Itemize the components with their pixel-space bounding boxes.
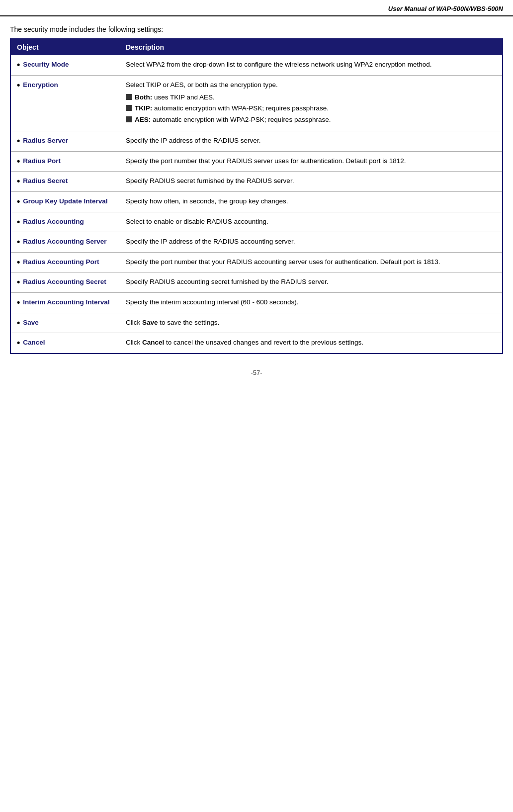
description-cell-radius-accounting-server: Specify the IP address of the RADIUS acc… — [120, 232, 503, 253]
object-cell-radius-port: •Radius Port — [10, 151, 120, 172]
description-cell-security-mode: Select WPA2 from the drop-down list to c… — [120, 55, 503, 75]
object-label-radius-secret: Radius Secret — [23, 176, 68, 186]
object-label-radius-server: Radius Server — [23, 136, 68, 146]
enc-list-text: AES: automatic encryption with WPA2-PSK;… — [135, 115, 331, 125]
table-row-radius-secret: •Radius SecretSpecify RADIUS secret furn… — [10, 172, 503, 192]
bullet-dot: • — [17, 136, 20, 147]
object-label-group-key-update-interval: Group Key Update Interval — [23, 196, 107, 207]
object-cell-radius-accounting-secret: •Radius Accounting Secret — [10, 272, 120, 293]
bullet-dot: • — [17, 156, 20, 167]
table-row-save: •SaveClick Save to save the settings. — [10, 313, 503, 333]
object-label-radius-accounting-port: Radius Accounting Port — [23, 257, 99, 268]
col-description: Description — [120, 39, 503, 55]
page-number: -57- — [251, 369, 262, 376]
object-label-interim-accounting-interval: Interim Accounting Interval — [23, 297, 109, 308]
table-row-group-key-update-interval: •Group Key Update IntervalSpecify how of… — [10, 192, 503, 212]
bullet-dot: • — [17, 338, 20, 349]
object-label-radius-accounting: Radius Accounting — [23, 217, 84, 227]
table-row-radius-accounting-secret: •Radius Accounting SecretSpecify RADIUS … — [10, 272, 503, 293]
object-label-radius-accounting-secret: Radius Accounting Secret — [23, 277, 106, 287]
description-cell-group-key-update-interval: Specify how often, in seconds, the group… — [120, 192, 503, 212]
enc-list-item: TKIP: automatic encryption with WPA-PSK;… — [126, 103, 496, 114]
table-row-radius-accounting-port: •Radius Accounting PortSpecify the port … — [10, 252, 503, 272]
bullet-dot: • — [17, 80, 20, 91]
description-cell-radius-accounting-secret: Specify RADIUS accounting secret furnish… — [120, 272, 503, 293]
square-bullet-icon — [126, 105, 132, 111]
bullet-dot: • — [17, 257, 20, 268]
settings-table: Object Description •Security ModeSelect … — [10, 38, 503, 354]
object-label-security-mode: Security Mode — [23, 60, 69, 70]
table-header-row: Object Description — [10, 39, 503, 55]
bullet-dot: • — [17, 318, 20, 329]
page-header: User Manual of WAP-500N/WBS-500N — [0, 0, 513, 16]
table-row-radius-accounting-server: •Radius Accounting ServerSpecify the IP … — [10, 232, 503, 253]
description-cell-save: Click Save to save the settings. — [120, 313, 503, 333]
object-cell-radius-accounting-server: •Radius Accounting Server — [10, 232, 120, 253]
enc-list-item: AES: automatic encryption with WPA2-PSK;… — [126, 115, 496, 125]
table-row-cancel: •CancelClick Cancel to cancel the unsave… — [10, 333, 503, 354]
table-row-encryption: •EncryptionSelect TKIP or AES, or both a… — [10, 75, 503, 131]
col-object: Object — [10, 39, 120, 55]
description-cell-radius-port: Specify the port number that your RADIUS… — [120, 151, 503, 172]
table-row-security-mode: •Security ModeSelect WPA2 from the drop-… — [10, 55, 503, 75]
table-row-radius-port: •Radius PortSpecify the port number that… — [10, 151, 503, 172]
bullet-dot: • — [17, 176, 20, 187]
enc-list-item: Both: uses TKIP and AES. — [126, 92, 496, 103]
bullet-dot: • — [17, 60, 20, 71]
intro-text: The security mode includes the following… — [0, 25, 513, 38]
object-cell-radius-accounting: •Radius Accounting — [10, 212, 120, 232]
square-bullet-icon — [126, 94, 132, 100]
square-bullet-icon — [126, 116, 132, 122]
object-label-encryption: Encryption — [23, 80, 58, 90]
object-label-radius-accounting-server: Radius Accounting Server — [23, 237, 106, 247]
description-cell-radius-accounting: Select to enable or disable RADIUS accou… — [120, 212, 503, 232]
object-cell-save: •Save — [10, 313, 120, 333]
header-title: User Manual of WAP-500N/WBS-500N — [388, 5, 503, 12]
enc-list-text: Both: uses TKIP and AES. — [135, 92, 215, 103]
description-cell-radius-accounting-port: Specify the port number that your RADIUS… — [120, 252, 503, 272]
bullet-dot: • — [17, 297, 20, 308]
object-label-radius-port: Radius Port — [23, 156, 61, 167]
desc-intro-encryption: Select TKIP or AES, or both as the encry… — [126, 80, 496, 90]
object-cell-radius-accounting-port: •Radius Accounting Port — [10, 252, 120, 272]
description-cell-radius-secret: Specify RADIUS secret furnished by the R… — [120, 172, 503, 192]
object-cell-radius-secret: •Radius Secret — [10, 172, 120, 192]
table-row-radius-accounting: •Radius AccountingSelect to enable or di… — [10, 212, 503, 232]
enc-list-text: TKIP: automatic encryption with WPA-PSK;… — [135, 103, 329, 114]
enc-list: Both: uses TKIP and AES.TKIP: automatic … — [126, 92, 496, 126]
object-cell-radius-server: •Radius Server — [10, 131, 120, 152]
object-cell-group-key-update-interval: •Group Key Update Interval — [10, 192, 120, 212]
object-label-cancel: Cancel — [23, 338, 45, 348]
object-cell-cancel: •Cancel — [10, 333, 120, 354]
bullet-dot: • — [17, 237, 20, 248]
page-footer: -57- — [0, 369, 513, 376]
bullet-dot: • — [17, 196, 20, 207]
table-row-interim-accounting-interval: •Interim Accounting IntervalSpecify the … — [10, 293, 503, 313]
object-cell-encryption: •Encryption — [10, 75, 120, 131]
object-label-save: Save — [23, 318, 39, 328]
bullet-dot: • — [17, 217, 20, 228]
description-cell-interim-accounting-interval: Specify the interim accounting interval … — [120, 293, 503, 313]
object-cell-security-mode: •Security Mode — [10, 55, 120, 75]
description-cell-radius-server: Specify the IP address of the RADIUS ser… — [120, 131, 503, 152]
description-cell-cancel: Click Cancel to cancel the unsaved chang… — [120, 333, 503, 354]
bullet-dot: • — [17, 277, 20, 288]
table-row-radius-server: •Radius ServerSpecify the IP address of … — [10, 131, 503, 152]
object-cell-interim-accounting-interval: •Interim Accounting Interval — [10, 293, 120, 313]
description-cell-encryption: Select TKIP or AES, or both as the encry… — [120, 75, 503, 131]
